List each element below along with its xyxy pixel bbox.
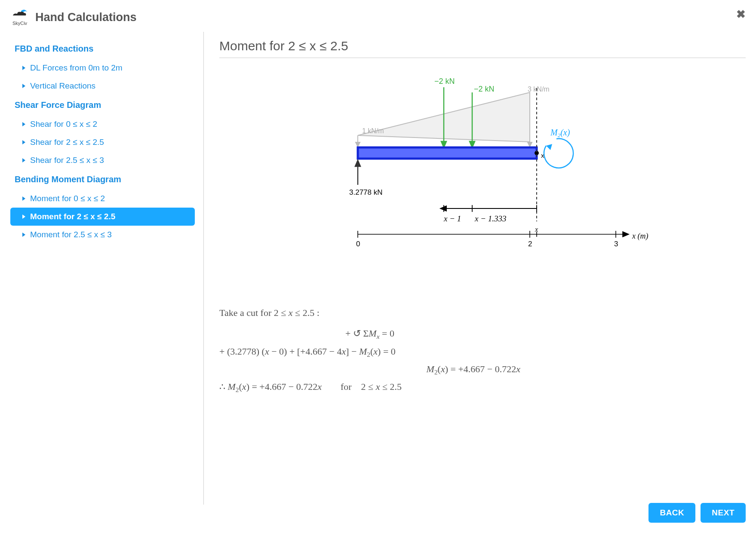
header: SkyCiv Hand Calculations ✖: [0, 0, 756, 32]
dim-2-label: x − 1.333: [474, 214, 507, 223]
svg-marker-4: [528, 142, 532, 147]
point-force-1-label: −2 kN: [434, 77, 455, 86]
eq-line-3: M2(x) = +4.667 − 0.722x: [219, 361, 520, 378]
nav-item-shear-2-25[interactable]: Shear for 2 ≤ x ≤ 2.5: [10, 133, 195, 151]
footer: BACK NEXT: [648, 503, 746, 523]
nav-item-shear-25-3[interactable]: Shear for 2.5 ≤ x ≤ 3: [10, 151, 195, 169]
nav-section-shear[interactable]: Shear Force Diagram: [10, 95, 195, 115]
nav-item-vertical-reactions[interactable]: Vertical Reactions: [10, 77, 195, 95]
nav-item-dl-forces[interactable]: DL Forces from 0m to 2m: [10, 59, 195, 77]
dist-load-left-label: 1 kN/m: [362, 127, 384, 135]
svg-marker-2: [356, 142, 360, 147]
back-button[interactable]: BACK: [648, 503, 695, 523]
svg-marker-18: [623, 232, 629, 237]
reaction-label: 3.2778 kN: [349, 188, 383, 196]
nav-item-shear-0-2[interactable]: Shear for 0 ≤ x ≤ 2: [10, 115, 195, 133]
reaction-arrow: [355, 160, 360, 185]
equation-block: + ↺ ΣMx = 0 + (3.2778) (x − 0) + [+4.667…: [219, 325, 746, 395]
axis-tick-3: 3: [614, 240, 618, 248]
main-title: Moment for 2 ≤ x ≤ 2.5: [219, 39, 746, 58]
nav-item-moment-25-3[interactable]: Moment for 2.5 ≤ x ≤ 3: [10, 226, 195, 244]
eq-line-1: + ↺ ΣMx = 0: [219, 325, 520, 343]
diagram-svg: 1 kN/m 3 kN/m −2 kN −2 kN x: [289, 67, 676, 294]
close-icon[interactable]: ✖: [736, 8, 746, 21]
skyciv-logo-icon: [11, 9, 28, 20]
eq-line-2: + (3.2778) (x − 0) + [+4.667 − 4x] − M2(…: [219, 343, 746, 361]
moment-arc: [544, 139, 573, 168]
nav-item-moment-2-25[interactable]: Moment for 2 ≤ x ≤ 2.5: [10, 208, 195, 226]
nav-section-bending[interactable]: Bending Moment Diagram: [10, 169, 195, 190]
dist-load-right-label: 3 kN/m: [528, 86, 550, 93]
axis-label: x (m): [632, 232, 648, 241]
moment-label: M2(x): [550, 128, 570, 138]
sidebar: FBD and Reactions DL Forces from 0m to 2…: [10, 32, 204, 505]
beam: [358, 147, 537, 159]
nav-section-fbd[interactable]: FBD and Reactions: [10, 39, 195, 59]
logo: SkyCiv: [10, 8, 29, 27]
page-title: Hand Calculations: [35, 11, 137, 24]
nav-item-moment-0-2[interactable]: Moment for 0 ≤ x ≤ 2: [10, 190, 195, 208]
logo-text: SkyCiv: [12, 21, 27, 26]
next-button[interactable]: NEXT: [701, 503, 746, 523]
beam-diagram: 1 kN/m 3 kN/m −2 kN −2 kN x: [219, 67, 746, 294]
axis-tick-0: 0: [356, 240, 360, 248]
content: FBD and Reactions DL Forces from 0m to 2…: [0, 32, 756, 505]
svg-marker-9: [546, 144, 552, 150]
svg-marker-13: [440, 206, 446, 211]
axis-tick-2: 2: [528, 240, 532, 248]
dim-1-label: x − 1: [443, 214, 461, 223]
main: Moment for 2 ≤ x ≤ 2.5 1 kN/m 3 kN/m: [204, 32, 746, 505]
axis-tick-x: x: [535, 226, 538, 233]
svg-marker-11: [355, 160, 360, 166]
eq-line-4: ∴ M2(x) = +4.667 − 0.722x for 2 ≤ x ≤ 2.…: [219, 378, 746, 396]
point-force-2-label: −2 kN: [474, 85, 495, 93]
x-axis: [358, 231, 629, 238]
calc-intro: Take a cut for 2 ≤ x ≤ 2.5 :: [219, 305, 746, 321]
dimension-lines: [440, 205, 537, 212]
